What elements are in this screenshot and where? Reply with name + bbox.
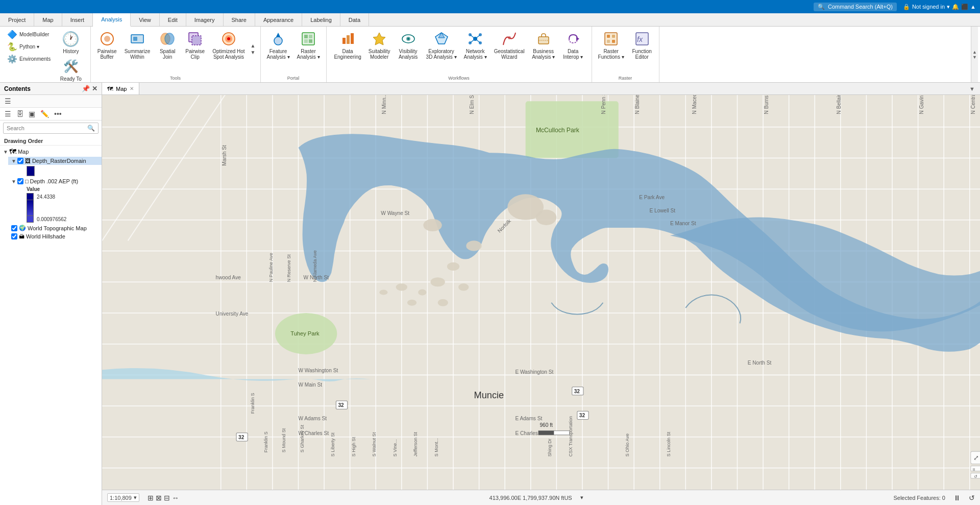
feature-analysis-icon [270,31,286,47]
exploratory-3d-button[interactable]: Exploratory3D Analysis ▾ [423,29,460,62]
tab-map[interactable]: Map [34,13,62,26]
environments-button[interactable]: ⚙️ Environments [5,53,53,65]
tree-item-map[interactable]: ▼ 🗺 Map [0,147,102,157]
raster-group-label: Raster [595,76,656,82]
map-tab-bar: 🗺 Map ✕ ▼ [102,83,980,95]
pause-icon[interactable]: ⏸ [953,494,961,502]
legend-min-swatch [27,215,34,223]
spatial-join-button[interactable]: SpatialJoin [154,29,181,62]
svg-text:W Main St: W Main St [298,382,322,388]
pin-icon[interactable]: 📌 [82,85,90,92]
visibility-analysis-button[interactable]: VisibilityAnalysis [395,29,422,62]
pairwise-buffer-button[interactable]: PairwiseBuffer [94,29,120,62]
user-section[interactable]: 🔒 Not signed in ▾ 🔔 ⬛ ▲ [903,4,976,10]
svg-point-95 [466,241,481,251]
nav-controls-2[interactable]: II [971,466,980,471]
world-topo-checkbox[interactable] [11,225,17,231]
more-icon[interactable]: ••• [53,109,63,118]
map-view-icons: ⊞ ⊠ ⊟ ↔ [148,494,179,502]
tools-scroll-up[interactable]: ▲ [249,42,257,49]
tab-insert[interactable]: Insert [62,13,93,26]
tree-item-depth-aep[interactable]: ▼ □ Depth .002 AEP (ft) [8,177,102,185]
workflows-label: Workflows [330,76,589,82]
extent-icon[interactable]: ⊞ [148,494,154,502]
map-canvas[interactable]: Tuhey Park McCulloch Park [102,95,980,490]
spatial-join-label: SpatialJoin [160,49,176,60]
function-editor-button[interactable]: fx FunctionEditor [628,29,656,62]
summarize-within-button[interactable]: SummarizeWithin [121,29,154,62]
tab-labeling[interactable]: Labeling [302,13,340,26]
minimize-icon[interactable]: ▲ [970,4,976,10]
depth-aep-expand-icon[interactable]: ▼ [11,179,16,184]
svg-text:Franklin S: Franklin S [263,431,268,452]
view-dropdown[interactable]: ▼ [964,86,980,92]
avatar[interactable]: ⬛ [961,4,968,10]
tools-scroll-down[interactable]: ▼ [249,49,257,56]
optimized-hot-spot-button[interactable]: Optimized HotSpot Analysis [209,29,248,62]
selected-features-label: Selected Features: 0 [893,495,945,501]
nav-controls[interactable]: ⤢ [971,451,980,464]
svg-rect-41 [612,35,615,38]
svg-point-1 [104,36,110,42]
search-input[interactable] [4,124,84,133]
raster-functions-button[interactable]: RasterFunctions ▾ [595,29,627,62]
tree-item-world-topo[interactable]: 🌍 World Topographic Map [8,224,102,232]
command-search[interactable]: 🔍 Command Search (Alt+Q) [814,3,897,11]
svg-text:N Blaine St: N Blaine St [634,95,640,114]
tab-analysis[interactable]: Analysis [93,13,131,27]
world-hillshade-checkbox[interactable] [11,233,17,239]
tab-edit[interactable]: Edit [160,13,186,26]
data-engineering-button[interactable]: DataEngineering [331,29,364,62]
function-editor-icon: fx [634,31,650,47]
map-tab-close[interactable]: ✕ [130,86,134,91]
tab-share[interactable]: Share [224,13,255,26]
tab-project[interactable]: Project [0,13,34,26]
nav-controls-3[interactable]: ↺ [971,473,980,479]
svg-text:↺: ↺ [974,474,977,479]
tree-item-world-hillshade[interactable]: 🏔 World Hillshade [8,232,102,241]
search-submit-icon[interactable]: 🔍 [84,123,98,133]
tab-view[interactable]: View [131,13,160,26]
close-icon[interactable]: ✕ [92,85,97,92]
ribbon-scroll-buttons[interactable]: ▲ ▼ [971,27,978,82]
coords-dropdown-icon[interactable]: ▾ [580,494,583,501]
selection-icon[interactable]: ▣ [27,109,37,118]
svg-text:N Macedonia Ave: N Macedonia Ave [692,95,697,114]
business-analysis-button[interactable]: BusinessAnalysis ▾ [529,29,558,62]
database-icon[interactable]: 🗄 [15,109,25,118]
python-button[interactable]: 🐍 Python ▾ [5,41,53,53]
ribbon-scroll-down[interactable]: ▼ [971,55,978,60]
tree-item-depth-raster[interactable]: ▼ 🖼 Depth_RasterDomain [8,157,102,165]
notification-icon[interactable]: 🔔 [952,4,959,10]
edit-icon[interactable]: ✏️ [39,109,51,118]
refresh-icon[interactable]: ↺ [969,494,975,502]
depth-raster-expand-icon[interactable]: ▼ [11,158,16,164]
raster-analysis-icon [300,31,316,47]
tab-data[interactable]: Data [340,13,369,26]
suitability-modeler-button[interactable]: SuitabilityModeler [365,29,394,62]
map-expand-icon[interactable]: ▼ [3,149,8,155]
bookmark-icon[interactable]: ⊠ [156,494,162,502]
network-analysis-button[interactable]: NetworkAnalysis ▾ [461,29,490,62]
svg-rect-7 [192,36,201,45]
svg-text:II: II [973,467,975,472]
tab-imagery[interactable]: Imagery [186,13,224,26]
raster-analysis-button[interactable]: RasterAnalysis ▾ [294,29,323,62]
list-view-icon[interactable]: ☰ [3,109,13,118]
grid-icon[interactable]: ⊟ [164,494,170,502]
pairwise-clip-button[interactable]: PairwiseClip [182,29,208,62]
world-hillshade-label: World Hillshade [26,233,65,239]
ribbon-scroll-up[interactable]: ▲ [971,50,978,55]
scale-selector[interactable]: 1:10,809 ▾ [107,493,139,502]
history-button[interactable]: 🕐 History [60,29,82,56]
geostatistical-wizard-button[interactable]: GeostatisticalWizard [491,29,528,62]
data-interop-button[interactable]: DataInterop ▾ [559,29,587,62]
depth-aep-checkbox[interactable] [17,178,23,184]
depth-raster-checkbox[interactable] [17,158,23,164]
feature-analysis-button[interactable]: FeatureAnalysis ▾ [264,29,293,62]
map-view-tab[interactable]: 🗺 Map ✕ [102,83,139,94]
filter-icon[interactable]: ☰ [3,97,13,106]
rotation-icon[interactable]: ↔ [172,494,179,502]
modelbuilder-button[interactable]: 🔷 ModelBuilder [5,29,53,40]
tab-appearance[interactable]: Appearance [255,13,302,26]
